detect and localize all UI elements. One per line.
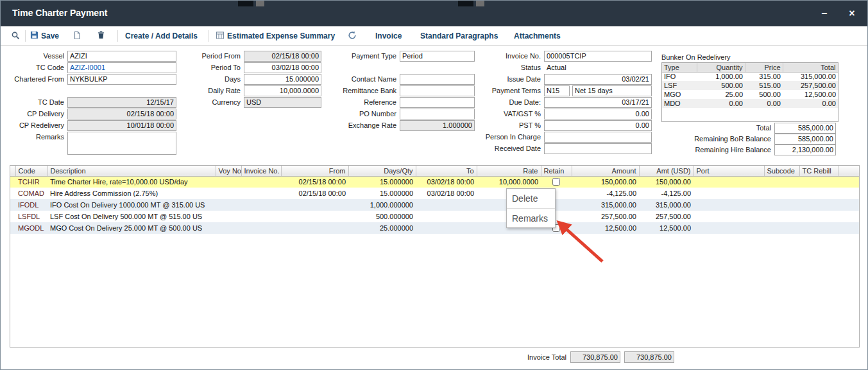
cell-filler [838,211,859,222]
copy-button[interactable] [72,30,81,42]
screen-artifact [256,1,264,6]
row-selector [10,188,15,199]
vat-gst-input[interactable]: 0.00 [544,109,652,119]
grid-col-port[interactable]: Port [694,166,764,176]
period-to-input[interactable]: 03/02/18 00:00 [244,62,321,73]
bunker-total: 315,000.00 [783,72,838,81]
grid-row-mgodl[interactable]: MGODL MGO Cost On Delivery 25.000 MT @ 5… [10,222,859,234]
cell-port [694,211,764,222]
due-date-input[interactable]: 03/17/21 [544,97,652,108]
period-from-input: 02/15/18 00:00 [244,51,321,62]
pst-input[interactable]: 0.00 [544,120,652,131]
grid-col-voy-no[interactable]: Voy No. [216,166,241,176]
grid-col-rate[interactable]: Rate [477,166,541,176]
vessel-input[interactable]: AZIZI [67,51,176,62]
received-date-input[interactable] [544,143,652,154]
status-value: Actual [544,62,566,73]
remaining-hire-row: Remaining Hire Balance 2,130,000.00 [661,145,836,155]
grid-col-description[interactable]: Description [47,166,216,176]
cell-days-qty: 1,000.000000 [348,199,416,211]
cell-port [694,176,764,188]
remarks-input[interactable] [67,132,176,155]
grid-col-from[interactable]: From [281,166,348,176]
tc-code-label: TC Code [3,62,67,73]
daily-rate-input[interactable]: 10,000.0000 [244,85,321,96]
tc-code-input[interactable]: AZIZ-I0001 [67,62,176,73]
row-selector [10,176,15,188]
minimize-button[interactable]: – [817,6,832,21]
cell-amount: 257,500.00 [572,211,639,222]
cell-description: Time Charter Hire, rate=10,000.00 USD/da… [47,176,216,188]
grid-row-ifodl[interactable]: IFODL IFO Cost On Delivery 1000.000 MT @… [10,199,859,211]
cell-from: 02/15/18 00:00 [281,176,348,188]
grid-col-code[interactable]: Code [15,166,47,176]
cell-invoice-no [241,199,281,211]
refresh-button[interactable] [348,30,357,42]
bunker-col-price: Price [745,63,783,72]
chartered-from-input[interactable]: NYKBULKP [67,74,176,85]
grid-col-invoice-no[interactable]: Invoice No. [241,166,281,176]
cp-redelivery-input: 10/01/18 00:00 [67,120,176,131]
trash-icon [97,31,105,41]
payment-type-input[interactable]: Period [400,51,475,62]
grid-col-amt-usd[interactable]: Amt (USD) [639,166,694,176]
create-add-details-button[interactable]: Create / Add Details [125,30,198,42]
context-menu-item-delete[interactable]: Delete [507,189,555,208]
save-button[interactable]: Save [30,30,59,42]
days-input[interactable]: 15.000000 [244,74,321,85]
standard-paragraphs-button[interactable]: Standard Paragraphs [420,30,498,42]
cell-description: IFO Cost On Delivery 1000.000 MT @ 315.0… [47,199,216,211]
remittance-bank-input[interactable] [400,85,475,96]
contact-name-field: Contact Name [336,74,475,85]
reference-input[interactable] [400,97,475,108]
attachments-button[interactable]: Attachments [514,30,561,42]
grid-col-amount[interactable]: Amount [572,166,639,176]
grid-col-days-qty[interactable]: Days/Qty [348,166,416,176]
row-selector [10,211,15,222]
bunker-row[interactable]: MGO 25.00 500.00 12,500.00 [662,90,838,99]
bunker-quantity: 25.00 [697,90,745,99]
grid-row-tchir[interactable]: TCHIR Time Charter Hire, rate=10,000.00 … [10,176,859,188]
payment-terms-desc: Net 15 days [572,85,652,96]
grid-row-comad[interactable]: COMAD Hire Address Commission (2.75%) 02… [10,188,859,199]
remaining-bor-label: Remaining BoR Balance [661,134,774,145]
grid-col-retain[interactable]: Retain [541,166,572,176]
search-button[interactable] [11,30,20,42]
payment-terms-code-input[interactable]: N15 [544,85,570,96]
estimated-expense-summary-button[interactable]: Estimated Expense Summary [216,30,335,42]
cell-days-qty: 25.000000 [348,222,416,234]
po-number-field: PO Number [336,109,475,119]
payment-type-field: Payment Type Period [336,51,475,62]
refresh-icon [348,31,357,42]
close-button[interactable]: × [844,6,860,21]
retain-checkbox[interactable] [552,178,560,186]
cell-invoice-no [241,211,281,222]
po-number-input[interactable] [400,109,475,119]
cell-filler [838,222,859,234]
context-menu-item-remarks[interactable]: Remarks [507,208,555,227]
person-in-charge-field: Person In Charge [480,132,652,143]
grid-col-tc-rebill[interactable]: TC Rebill [799,166,838,176]
contact-name-input[interactable] [400,74,475,85]
invoice-total-usd-value: 730,875.00 [624,351,674,363]
issue-date-input[interactable]: 03/02/21 [544,74,652,85]
bunker-row[interactable]: MDO 0.00 0.00 0.00 [662,99,838,108]
person-in-charge-input[interactable] [544,132,652,143]
grid-row-lsfdl[interactable]: LSFDL LSF Cost On Delivery 500.000 MT @ … [10,211,859,222]
invoice-button[interactable]: Invoice [375,30,402,42]
grid-col-subcode[interactable]: Subcode [764,166,799,176]
currency-label: Currency [167,97,244,108]
bunker-row[interactable]: LSF 500.00 515.00 257,500.00 [662,81,838,90]
delete-button[interactable] [97,30,105,42]
invoice-label: Invoice [375,31,402,40]
cell-voy-no [216,211,241,222]
cell-amount: -4,125.00 [572,188,639,199]
tc-date-input: 12/15/17 [67,97,176,108]
grid-col-to[interactable]: To [416,166,477,176]
invoice-no-input[interactable]: 000005TCIP [544,51,652,62]
bunker-row[interactable]: IFO 1,000.00 315.00 315,000.00 [662,72,838,81]
status-field: Status Actual [480,62,566,73]
vat-gst-field: VAT/GST % 0.00 [480,109,652,119]
cell-code: COMAD [15,188,47,199]
cell-filler [838,199,859,211]
